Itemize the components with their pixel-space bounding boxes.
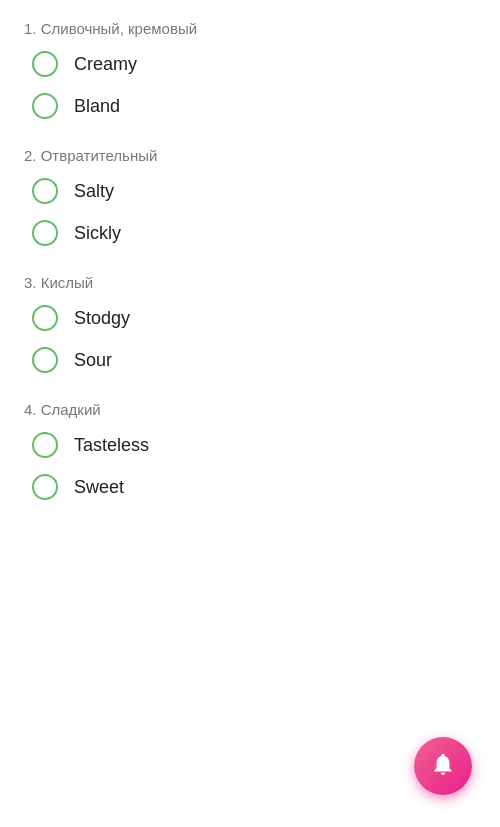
radio-button-1-1[interactable] — [32, 93, 58, 119]
option-row-2-1: Sickly — [32, 220, 476, 246]
radio-button-1-0[interactable] — [32, 51, 58, 77]
option-label-3-1: Sour — [74, 350, 112, 371]
notification-fab[interactable] — [414, 737, 472, 795]
radio-button-2-0[interactable] — [32, 178, 58, 204]
option-label-4-0: Tasteless — [74, 435, 149, 456]
bell-icon — [430, 751, 456, 781]
question-block-1: 1. Сливочный, кремовыйCreamyBland — [24, 20, 476, 119]
option-label-2-1: Sickly — [74, 223, 121, 244]
radio-button-4-1[interactable] — [32, 474, 58, 500]
option-label-1-1: Bland — [74, 96, 120, 117]
radio-button-3-1[interactable] — [32, 347, 58, 373]
question-block-4: 4. СладкийTastelessSweet — [24, 401, 476, 500]
radio-button-2-1[interactable] — [32, 220, 58, 246]
option-row-4-1: Sweet — [32, 474, 476, 500]
option-label-4-1: Sweet — [74, 477, 124, 498]
question-block-3: 3. КислыйStodgySour — [24, 274, 476, 373]
option-row-1-1: Bland — [32, 93, 476, 119]
option-row-1-0: Creamy — [32, 51, 476, 77]
radio-button-3-0[interactable] — [32, 305, 58, 331]
radio-button-4-0[interactable] — [32, 432, 58, 458]
option-row-3-0: Stodgy — [32, 305, 476, 331]
option-label-2-0: Salty — [74, 181, 114, 202]
quiz-container: 1. Сливочный, кремовыйCreamyBland2. Отвр… — [0, 0, 500, 548]
option-label-1-0: Creamy — [74, 54, 137, 75]
option-row-4-0: Tasteless — [32, 432, 476, 458]
option-row-3-1: Sour — [32, 347, 476, 373]
question-title-2: 2. Отвратительный — [24, 147, 476, 164]
option-label-3-0: Stodgy — [74, 308, 130, 329]
option-row-2-0: Salty — [32, 178, 476, 204]
question-title-1: 1. Сливочный, кремовый — [24, 20, 476, 37]
question-block-2: 2. ОтвратительныйSaltySickly — [24, 147, 476, 246]
question-title-4: 4. Сладкий — [24, 401, 476, 418]
question-title-3: 3. Кислый — [24, 274, 476, 291]
